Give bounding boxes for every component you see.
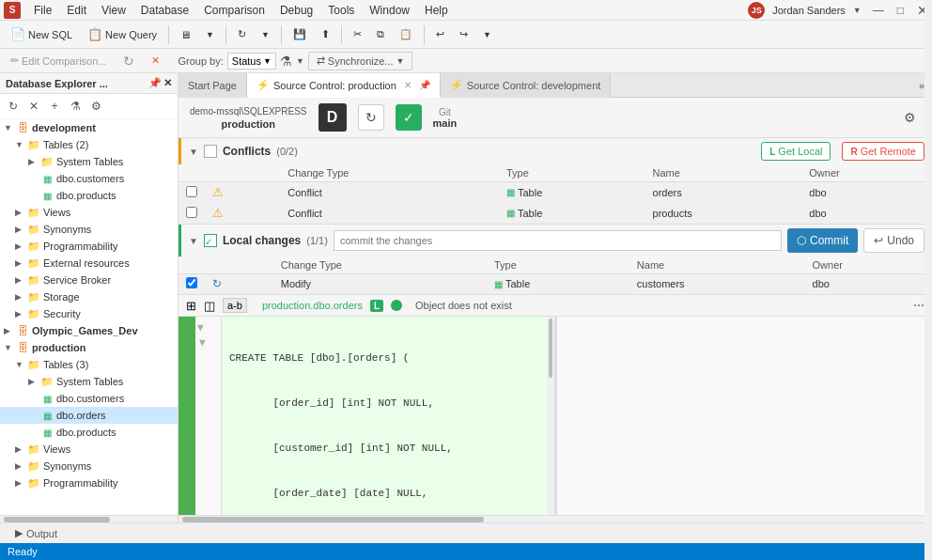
tab-pin-sc-prod[interactable]: 📌 (419, 80, 430, 90)
sidebar-refresh-button[interactable]: ↻ (4, 97, 23, 116)
tree-item-ext[interactable]: ▶ 📁 External resources (0, 255, 178, 272)
diff-tool-2[interactable]: ◫ (204, 299, 215, 313)
tree-item-development[interactable]: ▼ 🗄 development (0, 119, 178, 136)
tree-item-production[interactable]: ▼ 🗄 production (0, 339, 178, 356)
filter-dropdown-icon[interactable]: ▼ (296, 56, 304, 66)
sidebar-new-button[interactable]: + (45, 97, 64, 116)
sidebar-pin-icon[interactable]: 📌 (148, 77, 162, 89)
edit-comparison-button[interactable]: ✏ Edit Comparison... (4, 52, 113, 70)
tab-start-page[interactable]: Start Page (179, 73, 247, 98)
sidebar-settings-button[interactable]: ⚙ (86, 97, 105, 116)
menu-file[interactable]: File (26, 2, 59, 19)
new-query-button[interactable]: 📋 New Query (81, 23, 163, 46)
get-remote-button[interactable]: R Get Remote (842, 142, 924, 161)
tree-label-syn: Synonyms (41, 224, 91, 235)
sidebar-disconnect-button[interactable]: ✕ (24, 97, 43, 116)
tree-item-dbo-products[interactable]: ▶ ▦ dbo.products (0, 187, 178, 204)
new-sql-button[interactable]: 📄 New SQL (4, 23, 79, 46)
tree-item-tables2[interactable]: ▼ 📁 Tables (2) (0, 136, 178, 153)
menu-database[interactable]: Database (133, 2, 196, 19)
tree-item-prod-orders[interactable]: ▶ ▦ dbo.orders (0, 407, 178, 424)
toolbar-btn-paste[interactable]: 📋 (393, 23, 419, 46)
toolbar-btn-copy[interactable]: ⧉ (370, 23, 391, 46)
diff-h-scrollbar[interactable] (179, 515, 932, 522)
commit-button[interactable]: ⬡ Commit (787, 228, 858, 253)
stop-button[interactable]: ✕ (145, 52, 166, 70)
menu-help[interactable]: Help (417, 2, 456, 19)
menu-comparison[interactable]: Comparison (196, 2, 272, 19)
tree-item-storage[interactable]: ▶ 📁 Storage (0, 288, 178, 305)
sc-check-button[interactable]: ✓ (396, 104, 422, 131)
sidebar-scrollbar[interactable] (0, 515, 178, 522)
toolbar-btn-8[interactable]: ▼ (476, 23, 498, 46)
minimize-button[interactable]: — (873, 4, 884, 17)
diff-more-button[interactable]: ⋯ (913, 299, 924, 312)
diff-tool-3[interactable]: a-b (223, 298, 247, 313)
status-dropdown[interactable]: Status ▼ (227, 53, 276, 70)
diff-tool-1[interactable]: ⊞ (186, 299, 196, 313)
tree-item-prod-prog[interactable]: ▶ 📁 Programmability (0, 474, 178, 491)
synchronize-button[interactable]: ⇄ Synchronize... ▼ (308, 52, 413, 70)
toolbar-btn-5[interactable]: ↻ (231, 23, 253, 46)
conflict-check-0[interactable] (179, 182, 205, 203)
maximize-button[interactable]: □ (897, 4, 904, 17)
filter-icon[interactable]: ⚗ (280, 54, 292, 69)
toolbar-btn-redo[interactable]: ↪ (453, 23, 474, 46)
diff-left-scrollbar[interactable] (547, 317, 554, 515)
tab-close-sc-prod[interactable]: ✕ (404, 80, 412, 90)
toolbar-btn-4[interactable]: ▼ (199, 23, 221, 46)
menu-edit[interactable]: Edit (59, 2, 94, 19)
tree-item-dbo-customers[interactable]: ▶ ▦ dbo.customers (0, 170, 178, 187)
toolbar-btn-6[interactable]: ▼ (255, 23, 276, 46)
tree-item-prod-products[interactable]: ▶ ▦ dbo.products (0, 424, 178, 441)
output-tab[interactable]: ▶ Output (8, 525, 65, 541)
conflict-row-1[interactable]: ⚠ Conflict ▦ Table products dbo (179, 203, 932, 224)
user-dropdown-icon[interactable]: ▼ (853, 6, 862, 15)
tree-item-synonyms[interactable]: ▶ 📁 Synonyms (0, 221, 178, 238)
tree-item-security[interactable]: ▶ 📁 Security (0, 305, 178, 322)
tree-item-prod-views[interactable]: ▶ 📁 Views (0, 441, 178, 458)
commit-input[interactable] (334, 230, 782, 251)
menu-tools[interactable]: Tools (320, 2, 362, 19)
toolbar-btn-7[interactable]: ⬆ (315, 23, 336, 46)
local-changes-header[interactable]: ▼ ✓ Local changes (1/1) ⬡ Commit ↩ (179, 225, 932, 257)
menu-view[interactable]: View (94, 2, 133, 19)
conflicts-checkbox[interactable] (204, 145, 217, 158)
tab-sc-development[interactable]: ⚡ Source Control: development (441, 73, 611, 98)
sidebar-close-icon[interactable]: ✕ (163, 77, 172, 89)
toolbar-btn-3[interactable]: 🖥 (174, 23, 197, 46)
local-row-0[interactable]: ↻ Modify ▦ Table customers dbo (179, 274, 932, 294)
sc-settings-button[interactable]: ⚙ (898, 106, 921, 129)
conflicts-header[interactable]: ▼ Conflicts (0/2) L Get Local R Get Remo… (179, 138, 932, 164)
diff-right-pane[interactable] (554, 317, 933, 515)
tree-item-tables3[interactable]: ▼ 📁 Tables (3) (0, 356, 178, 373)
conflict-row-0[interactable]: ⚠ Conflict ▦ Table orders dbo (179, 182, 932, 203)
tree-item-sys-tables[interactable]: ▶ 📁 System Tables (0, 153, 178, 170)
toolbar-btn-undo[interactable]: ↩ (429, 23, 451, 46)
local-check-0[interactable] (179, 274, 205, 294)
sc-refresh-button[interactable]: ↻ (358, 104, 384, 131)
conflict-check-1[interactable] (179, 203, 205, 224)
diff-left-pane[interactable]: ▼ ▼ CREATE TABLE [dbo].[orders] ( (195, 317, 554, 515)
toolbar-btn-cut[interactable]: ✂ (347, 23, 368, 46)
sc-db-button[interactable]: D (318, 103, 347, 132)
tree-item-views[interactable]: ▶ 📁 Views (0, 204, 178, 221)
toolbar-btn-save[interactable]: 💾 (287, 23, 313, 46)
tree-item-broker[interactable]: ▶ 📁 Service Broker (0, 272, 178, 288)
local-checkbox[interactable]: ✓ (204, 234, 217, 247)
local-toggle-icon[interactable]: ▼ (189, 236, 198, 246)
tree-item-sys-tables-prod[interactable]: ▶ 📁 System Tables (0, 373, 178, 390)
tree-item-prod-customers[interactable]: ▶ ▦ dbo.customers (0, 390, 178, 407)
tab-sc-production[interactable]: ⚡ Source Control: production ✕ 📌 (247, 73, 441, 98)
conflicts-toggle-icon[interactable]: ▼ (189, 147, 198, 157)
tree-item-prod-synonyms[interactable]: ▶ 📁 Synonyms (0, 458, 178, 474)
menu-debug[interactable]: Debug (272, 2, 320, 19)
menu-window[interactable]: Window (362, 2, 417, 19)
tree-item-prog[interactable]: ▶ 📁 Programmability (0, 238, 178, 255)
diff-right-scrollbar[interactable] (924, 317, 932, 515)
get-local-button[interactable]: L Get Local (761, 142, 831, 161)
undo-button[interactable]: ↩ Undo (863, 228, 924, 253)
tree-item-olympic[interactable]: ▶ 🗄 Olympic_Games_Dev (0, 322, 178, 339)
refresh-button[interactable]: ↻ (116, 52, 141, 70)
sidebar-filter-button[interactable]: ⚗ (66, 97, 85, 116)
